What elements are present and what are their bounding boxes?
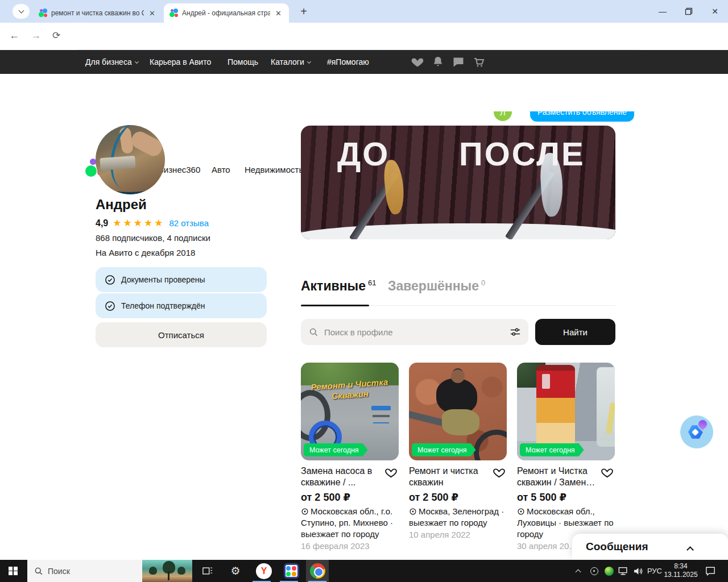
clock[interactable]: 8:34 13.11.2025 <box>661 562 701 579</box>
chevron-up-icon[interactable] <box>686 546 694 554</box>
screen: ремонт и чистка скважин во С ✕ Андрей - … <box>0 0 728 582</box>
listing-title[interactable]: Замена насоса в скважине / ... <box>301 465 382 488</box>
back-button[interactable]: ← <box>9 30 19 41</box>
followers-text: 868 подписчиков, 4 подписки <box>96 233 210 243</box>
tab-title: ремонт и чистка скважин во С <box>51 9 144 17</box>
settings-gear-icon[interactable]: ⚙ <box>224 560 247 582</box>
window-controls: — ✕ <box>650 0 728 23</box>
topbar-item-catalogs[interactable]: Каталоги <box>271 50 311 74</box>
profile-photo[interactable] <box>96 125 165 194</box>
restore-button[interactable] <box>676 0 702 23</box>
listing-date: 16 февраля 2023 <box>301 541 399 551</box>
colored-dots-app-icon[interactable] <box>280 560 303 582</box>
listing-price: от 5 500 ₽ <box>517 491 615 504</box>
listing-card[interactable]: Может сегодня Ремонт и Чистка скважин / … <box>517 363 615 551</box>
notifications-bell-icon[interactable] <box>431 55 445 69</box>
topbar-item-business[interactable]: Для бизнеса <box>85 50 138 74</box>
restore-icon <box>685 7 693 15</box>
messages-panel-title: Сообщения <box>586 541 648 553</box>
browser-tab-inactive[interactable]: ремонт и чистка скважин во С ✕ <box>33 3 163 23</box>
yandex-browser-icon[interactable]: Y <box>253 560 275 582</box>
active-tab-underline <box>301 305 369 306</box>
profile-name: Андрей <box>96 197 147 213</box>
volume-icon[interactable] <box>630 560 646 582</box>
find-button[interactable]: Найти <box>535 319 615 345</box>
listing-location: Москва, Зеленоград · выезжает по городу <box>409 506 507 529</box>
task-view-icon[interactable] <box>196 560 219 582</box>
geo-pin-icon <box>301 508 309 516</box>
start-button[interactable] <box>0 560 26 582</box>
listing-photo[interactable]: Может сегодня <box>409 363 507 460</box>
reload-button[interactable]: ⟳ <box>52 30 60 41</box>
tab-count: 0 <box>481 278 485 287</box>
listing-title[interactable]: Ремонт и Чистка скважин / Замен… <box>517 465 598 488</box>
topbar-item-ihelp[interactable]: #яПомогаю <box>327 50 369 74</box>
avito-favicon <box>39 9 48 18</box>
geo-pin-icon <box>409 508 417 516</box>
tray-green-sphere-icon[interactable] <box>602 560 617 582</box>
topbar-item-help[interactable]: Помощь <box>228 50 258 74</box>
chevron-down-icon <box>307 59 311 63</box>
minimize-button[interactable]: — <box>650 0 676 23</box>
chrome-icon[interactable] <box>306 560 329 582</box>
network-icon[interactable] <box>615 560 631 582</box>
reviews-link[interactable]: 82 отзыва <box>169 218 209 228</box>
topbar-item-career[interactable]: Карьера в Авито <box>150 50 211 74</box>
badge-label: Документы проверены <box>121 275 205 284</box>
banner-after-label: ПОСЛЕ <box>459 135 585 173</box>
messages-chat-icon[interactable] <box>452 55 465 69</box>
browser-tab-active[interactable]: Андрей - официальная страни ✕ <box>164 3 289 23</box>
notification-center-icon[interactable] <box>702 560 719 582</box>
tab-active-listings[interactable]: Активные61 <box>301 278 376 294</box>
nav-item-auto[interactable]: Авто <box>212 165 230 174</box>
favorites-heart-icon[interactable] <box>411 55 424 69</box>
assistant-floating-button[interactable] <box>680 415 713 448</box>
tab-title: Андрей - официальная страни <box>182 9 270 17</box>
browser-toolbar: ← → ⟳ avito.ru/brands/i153889042/all/pre… <box>0 23 728 50</box>
search-highlight-image[interactable] <box>142 560 192 582</box>
listing-price: от 2 500 ₽ <box>409 491 507 504</box>
new-tab-button[interactable]: + <box>297 5 311 18</box>
cart-icon[interactable] <box>472 55 486 69</box>
nav-item-realty[interactable]: Недвижимость <box>245 165 303 174</box>
listing-card[interactable]: Ремонт и Чистка Скважин Может сегодня За… <box>301 363 399 551</box>
listing-photo[interactable]: Ремонт и Чистка Скважин Может сегодня <box>301 363 399 460</box>
check-circle-icon <box>105 275 115 285</box>
tab-completed-listings[interactable]: Завершённые0 <box>388 278 485 294</box>
avito-topbar: Для бизнеса Карьера в Авито Помощь Катал… <box>0 50 728 74</box>
tab-close-icon[interactable]: ✕ <box>274 9 283 18</box>
tab-close-icon[interactable]: ✕ <box>147 9 157 18</box>
filters-icon[interactable] <box>510 327 520 336</box>
tab-search-button[interactable] <box>13 4 30 19</box>
profile-search[interactable] <box>301 319 528 345</box>
taskbar-search[interactable]: Поиск <box>27 560 192 582</box>
unsubscribe-button[interactable]: Отписаться <box>96 322 267 347</box>
badge-phone-verified: Телефон подтверждён <box>96 293 267 318</box>
windows-taskbar: Поиск ⚙ Y РУС 8:34 13.11.2025 <box>0 560 728 582</box>
messages-panel[interactable]: Сообщения <box>572 534 728 560</box>
favorite-heart-icon[interactable] <box>384 466 398 480</box>
before-after-banner[interactable]: ДО ПОСЛЕ <box>301 126 615 239</box>
favorite-heart-icon[interactable] <box>493 466 506 480</box>
today-badge: Может сегодня <box>304 443 368 456</box>
check-circle-icon <box>105 301 115 311</box>
tray-expand-chevron[interactable] <box>570 560 586 582</box>
listing-card[interactable]: Может сегодня Ремонт и чистка скважин от… <box>409 363 507 539</box>
search-input[interactable] <box>324 327 504 337</box>
forward-button[interactable]: → <box>31 30 41 41</box>
nav-item-business360[interactable]: Бизнес360 <box>158 165 200 174</box>
favorite-heart-icon[interactable] <box>601 466 614 480</box>
badge-label: Телефон подтверждён <box>121 301 205 310</box>
listing-photo[interactable]: Может сегодня <box>517 363 615 460</box>
listing-price: от 2 500 ₽ <box>301 491 399 504</box>
browser-tab-strip: ремонт и чистка скважин во С ✕ Андрей - … <box>0 0 728 23</box>
badge-documents-verified: Документы проверены <box>96 267 267 292</box>
site-nav: Avito Бизнес360 Авто Недвижимость Работа… <box>0 74 728 111</box>
clock-time: 8:34 <box>661 562 701 571</box>
taskbar-search-label: Поиск <box>48 567 70 576</box>
listing-title[interactable]: Ремонт и чистка скважин <box>409 465 490 488</box>
close-button[interactable]: ✕ <box>702 0 728 23</box>
tray-app-icon[interactable] <box>587 560 602 582</box>
chevron-down-icon <box>18 8 24 14</box>
clock-date: 13.11.2025 <box>661 571 701 579</box>
